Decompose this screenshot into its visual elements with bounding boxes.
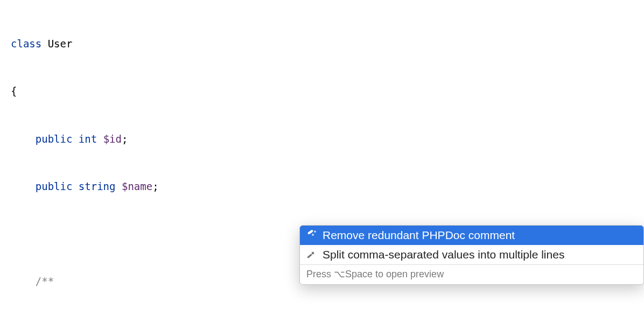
intention-popup: Remove redundant PHPDoc comment Split co…	[299, 225, 644, 285]
code-line: public int $id;	[0, 131, 644, 147]
semicolon: ;	[152, 180, 158, 192]
brace-open: {	[11, 85, 17, 97]
type-int: int	[79, 133, 97, 145]
code-line: {	[0, 83, 644, 99]
doc-open: /**	[36, 275, 54, 287]
intention-icon	[305, 229, 317, 241]
keyword-class: class	[11, 38, 41, 50]
code-line: class User	[0, 36, 644, 52]
var-name: $name	[122, 180, 152, 192]
class-name: User	[48, 38, 73, 50]
intention-label: Split comma-separated values into multip…	[323, 248, 564, 261]
intention-item-remove-phpdoc[interactable]: Remove redundant PHPDoc comment	[300, 226, 643, 245]
var-id: $id	[103, 133, 122, 145]
intention-label: Remove redundant PHPDoc comment	[323, 229, 515, 242]
intention-footer-hint: Press ⌥Space to open preview	[300, 264, 643, 284]
type-string: string	[79, 180, 116, 192]
intention-icon	[305, 249, 317, 261]
intention-item-split-values[interactable]: Split comma-separated values into multip…	[300, 245, 643, 264]
keyword-public: public	[36, 180, 73, 192]
semicolon: ;	[122, 133, 128, 145]
keyword-public: public	[36, 133, 73, 145]
code-line: public string $name;	[0, 179, 644, 194]
